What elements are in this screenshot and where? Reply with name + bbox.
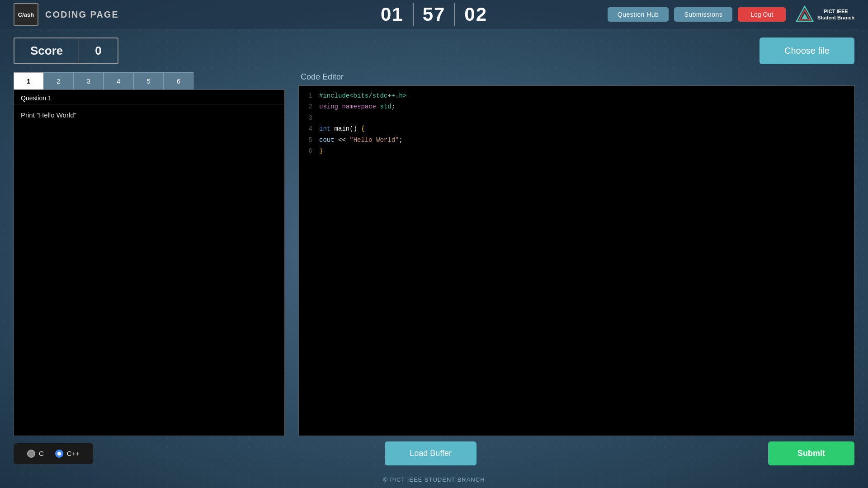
choose-file-button[interactable]: Choose file xyxy=(760,38,854,64)
main-content: 123456 Question 1 Print "Hello World" Co… xyxy=(0,72,868,436)
bottom-row: C C++ Load Buffer Submit xyxy=(0,436,868,471)
line-number: 4 xyxy=(306,124,312,134)
timer-hours: 01 xyxy=(372,4,413,25)
submissions-button[interactable]: Submissions xyxy=(674,7,732,22)
question-panel: Question 1 Print "Hello World" xyxy=(14,89,285,436)
code-editor-title: Code Editor xyxy=(298,72,854,82)
question-body: Print "Hello World" xyxy=(14,104,284,126)
pict-ieee-logo: PICT IEEE Student Branch xyxy=(796,5,854,23)
header-left: C/ash CODING PAGE xyxy=(14,3,119,26)
score-row: Score 0 Choose file xyxy=(0,29,868,72)
footer-text: © PICT IEEE STUDENT BRANCH xyxy=(383,476,485,483)
line-number: 2 xyxy=(306,102,312,112)
language-cpp-label: C++ xyxy=(67,450,80,457)
code-line: 2using namespace std; xyxy=(301,101,852,112)
left-panel: 123456 Question 1 Print "Hello World" xyxy=(14,72,285,436)
line-number: 3 xyxy=(306,113,312,123)
line-content: } xyxy=(319,146,323,156)
language-c-label: C xyxy=(39,450,44,457)
question-tab-3[interactable]: 3 xyxy=(74,72,104,89)
line-content: using namespace std; xyxy=(319,102,395,112)
code-line: 1#include<bits/stdc++.h> xyxy=(301,90,852,101)
question-tab-2[interactable]: 2 xyxy=(43,72,73,89)
pict-ieee-icon xyxy=(796,5,814,23)
pict-ieee-text: PICT IEEE Student Branch xyxy=(817,8,854,21)
timer: 01 57 02 xyxy=(372,3,496,26)
question-tabs: 123456 xyxy=(14,72,285,89)
radio-cpp[interactable] xyxy=(55,450,63,458)
line-content: int main() { xyxy=(319,124,365,134)
language-option-cpp[interactable]: C++ xyxy=(55,450,80,458)
logout-button[interactable]: Log Out xyxy=(738,7,786,22)
footer: © PICT IEEE STUDENT BRANCH xyxy=(0,471,868,488)
line-content xyxy=(319,113,323,123)
line-content: cout << "Hello World"; xyxy=(319,135,403,145)
language-option-c[interactable]: C xyxy=(27,450,44,458)
score-value: 0 xyxy=(79,38,118,64)
question-tab-5[interactable]: 5 xyxy=(133,72,163,89)
question-tab-6[interactable]: 6 xyxy=(164,72,193,89)
line-content: #include<bits/stdc++.h> xyxy=(319,91,406,101)
radio-c[interactable] xyxy=(27,450,35,458)
score-container: Score 0 xyxy=(14,38,118,64)
timer-minutes: 57 xyxy=(414,4,455,25)
logo-text: C/ash xyxy=(18,11,34,18)
question-hub-button[interactable]: Question Hub xyxy=(608,7,669,22)
load-buffer-button[interactable]: Load Buffer xyxy=(385,441,476,465)
code-line: 4int main() { xyxy=(301,123,852,134)
code-line: 6} xyxy=(301,145,852,156)
line-number: 5 xyxy=(306,135,312,145)
header: C/ash CODING PAGE 01 57 02 Question Hub … xyxy=(0,0,868,29)
language-selector: C C++ xyxy=(14,443,93,464)
page-title: CODING PAGE xyxy=(45,9,119,20)
timer-seconds: 02 xyxy=(455,4,496,25)
question-title: Question 1 xyxy=(14,90,284,104)
score-label: Score xyxy=(14,38,79,64)
right-panel: Code Editor 1#include<bits/stdc++.h>2usi… xyxy=(298,72,854,436)
code-line: 5 cout << "Hello World"; xyxy=(301,135,852,145)
logo: C/ash xyxy=(14,3,38,26)
question-tab-1[interactable]: 1 xyxy=(14,72,43,89)
header-right: Question Hub Submissions Log Out PICT IE… xyxy=(608,5,854,23)
submit-button[interactable]: Submit xyxy=(768,441,854,465)
code-line: 3 xyxy=(301,113,852,123)
question-tab-4[interactable]: 4 xyxy=(104,72,133,89)
line-number: 6 xyxy=(306,146,312,156)
line-number: 1 xyxy=(306,91,312,101)
code-editor[interactable]: 1#include<bits/stdc++.h>2using namespace… xyxy=(298,85,854,436)
